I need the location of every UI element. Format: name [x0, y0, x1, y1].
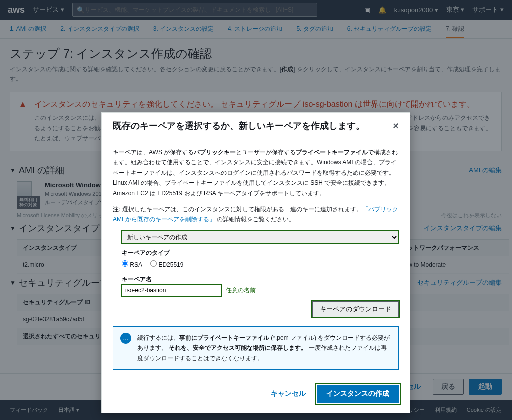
kp-name-label: キーペア名	[122, 274, 399, 284]
info-icon: …	[120, 333, 132, 344]
keypair-modal: 既存のキーペアを選択するか、新しいキーペアを作成します。 × キーペアは、AWS…	[102, 112, 410, 414]
keypair-select[interactable]: 新しいキーペアの作成	[122, 231, 399, 244]
modal-cancel-button[interactable]: キャンセル	[265, 385, 312, 403]
download-keypair-button[interactable]: キーペアのダウンロード	[312, 302, 399, 318]
download-warning: … 続行するには、事前にプライベートキーファイル (*.pem ファイル) をダ…	[113, 326, 399, 370]
modal-launch-button[interactable]: インスタンスの作成	[317, 385, 399, 403]
arbitrary-name-hint: 任意の名前	[226, 286, 256, 296]
close-icon[interactable]: ×	[393, 120, 399, 132]
modal-overlay: 既存のキーペアを選択するか、新しいキーペアを作成します。 × キーペアは、AWS…	[0, 0, 512, 420]
modal-desc: キーペアは、AWS が保存するパブリックキーとユーザーが保存するプライベートキー…	[113, 148, 399, 198]
radio-ed25519[interactable]: ED25519	[150, 260, 184, 270]
kp-type-label: キーペアのタイプ	[122, 248, 399, 258]
modal-note: 注: 選択したキーペアは、このインスタンスに対して権限がある一連のキーに追加され…	[113, 204, 399, 225]
keypair-name-input[interactable]	[122, 284, 222, 296]
radio-rsa[interactable]: RSA	[122, 260, 142, 270]
modal-title: 既存のキーペアを選択するか、新しいキーペアを作成します。	[113, 120, 393, 132]
